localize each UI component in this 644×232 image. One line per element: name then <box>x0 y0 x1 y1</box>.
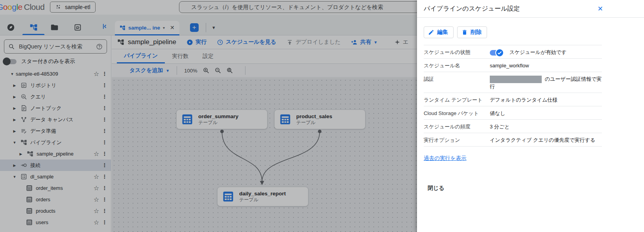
notebook-icon <box>20 105 27 111</box>
kebab-menu-icon[interactable]: ⋮ <box>101 105 108 111</box>
project-selector[interactable]: sample-etl <box>50 2 96 13</box>
expander-icon[interactable]: ▼ <box>9 72 16 76</box>
gemini-assist-button[interactable]: エ <box>394 39 408 46</box>
sparkle-icon <box>394 39 400 45</box>
node-daily-sales-report[interactable]: daily_sales_reportテーブル <box>217 187 308 206</box>
collapse-sidebar-button[interactable] <box>100 22 108 30</box>
sidebar-item-dataset-dl-sample[interactable]: ▼ dl_sample ☆⋮ <box>0 171 111 182</box>
folder-icon <box>50 23 59 32</box>
bq-resource-search[interactable] <box>4 39 107 54</box>
kebab-menu-icon[interactable]: ⋮ <box>101 197 108 202</box>
delete-button[interactable]: 削除 <box>457 26 487 38</box>
view-schedule-button[interactable]: スケジュールを見る <box>217 39 276 46</box>
kebab-menu-icon[interactable]: ⋮ <box>101 208 108 214</box>
tab-run-count[interactable]: 実行数 <box>165 49 196 63</box>
chevron-down-icon: ▼ <box>166 69 170 73</box>
kebab-menu-icon[interactable]: ⋮ <box>101 82 108 88</box>
tab-overflow-caret-icon[interactable]: ▼ <box>212 25 216 30</box>
past-runs-link[interactable]: 過去の実行を表示 <box>424 155 467 162</box>
star-icon[interactable]: ☆ <box>91 70 101 78</box>
sidebar-item-connections[interactable]: ▶ 接続 ⋮ <box>0 160 111 171</box>
sidebar-item-queries[interactable]: ▶ クエリ ⋮ <box>0 91 111 102</box>
check-icon <box>496 50 503 56</box>
project-name: sample-etl <box>65 4 90 10</box>
rail-pipelines-tab[interactable] <box>26 20 41 35</box>
rail-explorer-tab[interactable] <box>3 20 18 35</box>
schedule-enabled-toggle[interactable] <box>490 50 502 56</box>
sidebar-item-sample-pipeline[interactable]: ▶ sample_pipeline ☆⋮ <box>0 148 111 160</box>
table-icon <box>222 191 234 202</box>
pipeline-tab-icon <box>120 25 125 31</box>
pipeline-view-tabs: パイプライン 実行数 設定 <box>112 49 418 64</box>
kebab-menu-icon[interactable]: ⋮ <box>101 128 108 134</box>
add-task-button[interactable]: タスクを追加 ▼ <box>129 67 170 74</box>
rail-repositories-tab[interactable] <box>70 20 85 35</box>
expander-icon[interactable]: ▶ <box>11 129 18 133</box>
expander-icon[interactable]: ▶ <box>17 152 24 156</box>
node-product-sales[interactable]: product_salesテーブル <box>274 110 365 129</box>
sidebar-item-notebooks[interactable]: ▶ ノートブック ⋮ <box>0 102 111 114</box>
node-order-summary[interactable]: order_summaryテーブル <box>176 110 268 129</box>
rail-files-tab[interactable] <box>47 20 62 35</box>
row-cloud-storage-bucket: Cloud Storage バケット 値なし <box>424 106 602 120</box>
dag-canvas[interactable]: order_summaryテーブル product_salesテーブル dail… <box>112 78 418 232</box>
zoom-in-icon[interactable] <box>203 67 210 74</box>
expander-icon[interactable]: ▶ <box>11 163 18 167</box>
data-canvas-icon <box>20 116 27 123</box>
star-icon[interactable]: ☆ <box>91 184 101 192</box>
data-prep-icon <box>20 128 27 134</box>
collapse-panel-icon <box>100 22 108 30</box>
kebab-menu-icon[interactable]: ⋮ <box>101 139 108 145</box>
kebab-menu-icon[interactable]: ⋮ <box>101 162 108 168</box>
sidebar-item-pipelines[interactable]: ▼ パイプライン ⋮ <box>0 137 111 148</box>
star-icon[interactable]: ☆ <box>91 150 101 158</box>
sidebar-item-data-preparation[interactable]: ▶ データ準備 ⋮ <box>0 125 111 137</box>
kebab-menu-icon[interactable]: ⋮ <box>101 94 108 100</box>
close-panel-button[interactable]: 閉じる <box>424 182 448 194</box>
help-icon[interactable] <box>96 43 103 50</box>
run-button[interactable]: 実行 <box>186 39 207 46</box>
expander-icon[interactable]: ▶ <box>11 118 18 122</box>
sidebar-item-table-orders[interactable]: orders ☆⋮ <box>0 194 111 205</box>
starred-only-toggle[interactable] <box>4 59 17 64</box>
query-icon <box>20 93 27 100</box>
sidebar-item-table-products[interactable]: products ☆⋮ <box>0 205 111 217</box>
sidebar-item-table-order-items[interactable]: order_items ☆⋮ <box>0 182 111 194</box>
close-icon[interactable]: ✕ <box>598 5 603 13</box>
zoom-reset-icon[interactable] <box>226 67 233 74</box>
kebab-menu-icon[interactable]: ⋮ <box>101 185 108 191</box>
expander-icon[interactable]: ▶ <box>11 106 18 110</box>
kebab-menu-icon[interactable]: ⋮ <box>101 151 108 157</box>
tab-close-icon[interactable]: ✕ <box>170 24 175 31</box>
star-icon[interactable]: ☆ <box>91 219 101 226</box>
sidebar-item-project[interactable]: ▼ sample-etl-485309 ☆⋮ <box>0 68 111 80</box>
star-icon[interactable]: ☆ <box>91 173 101 180</box>
sidebar-item-table-users[interactable]: users ☆⋮ <box>0 217 111 228</box>
global-search-input[interactable] <box>190 4 441 11</box>
sidebar-item-data-canvases[interactable]: ▶ データ キャンバス ⋮ <box>0 114 111 125</box>
star-icon[interactable]: ☆ <box>91 207 101 215</box>
new-tab-button[interactable]: + <box>190 23 199 32</box>
share-button[interactable]: 共有 ▼ <box>351 39 378 46</box>
expander-icon[interactable]: ▶ <box>11 84 18 87</box>
pipeline-title-group: sample_pipeline <box>117 38 176 46</box>
zoom-out-icon[interactable] <box>214 67 221 74</box>
kebab-menu-icon[interactable]: ⋮ <box>101 71 108 77</box>
bq-resource-search-input[interactable] <box>18 43 93 50</box>
kebab-menu-icon[interactable]: ⋮ <box>101 117 108 122</box>
expander-icon[interactable]: ▶ <box>11 95 18 99</box>
tab-settings[interactable]: 設定 <box>196 49 221 63</box>
edit-button[interactable]: 編集 <box>424 26 454 38</box>
global-search-bar[interactable] <box>179 1 447 13</box>
schedule-settings-panel: パイプラインのスケジュール設定 ✕ 編集 削除 スケジュールの状態 <box>417 0 644 232</box>
kebab-menu-icon[interactable]: ⋮ <box>101 174 108 180</box>
expander-icon[interactable]: ▼ <box>11 175 18 179</box>
kebab-menu-icon[interactable]: ⋮ <box>101 219 108 225</box>
pipeline-doc-tab[interactable]: sample... ine ▾ ✕ <box>115 21 179 35</box>
toolbar-divider <box>177 66 177 75</box>
tab-pipeline[interactable]: パイプライン <box>117 49 165 63</box>
expander-icon[interactable]: ▼ <box>11 141 18 145</box>
sidebar-item-repositories[interactable]: ▶ リポジトリ ⋮ <box>0 80 111 91</box>
tab-menu-caret-icon[interactable]: ▾ <box>163 26 165 30</box>
star-icon[interactable]: ☆ <box>91 196 101 203</box>
